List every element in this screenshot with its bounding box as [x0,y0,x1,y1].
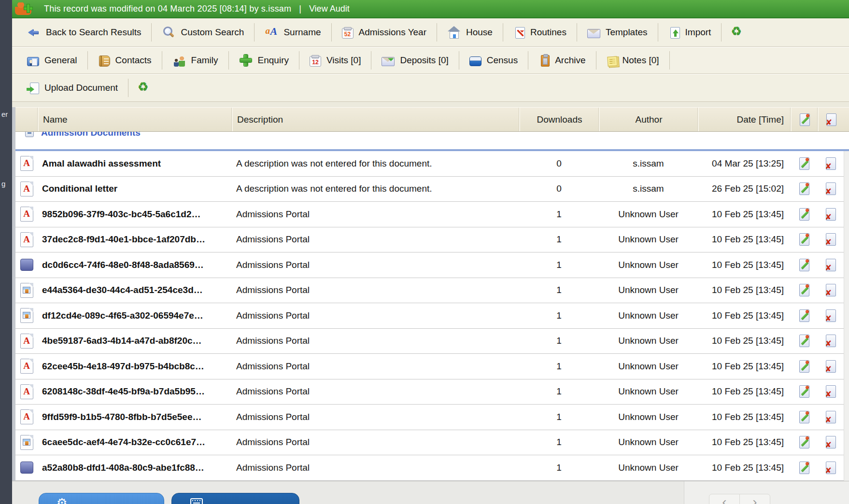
document-row[interactable]: 6208148c-38df-4e45-bf9a-b7da5b95… Admiss… [12,379,849,405]
toolbar-button-label: Import [685,27,711,38]
date-column-header[interactable]: Date [Time] [698,108,791,131]
record-tab[interactable]: Archive [528,51,596,70]
record-tab[interactable]: Notes [0] [596,51,670,70]
document-name[interactable]: 9852b096-37f9-403c-bc45-5a6c1d2… [38,202,232,227]
footer-settings-button[interactable]: ⚙ [39,493,164,504]
documents-refresh-button[interactable] [128,81,159,95]
edit-document-icon[interactable] [799,284,809,296]
previous-page-button[interactable]: ‹ [709,494,740,504]
delete-document-icon[interactable] [826,385,836,398]
delete-document-icon[interactable] [826,182,836,195]
document-row[interactable]: Conditional letter A description was not… [12,177,849,202]
delete-document-icon[interactable] [826,259,836,271]
document-row[interactable]: 9852b096-37f9-403c-bc45-5a6c1d2… Admissi… [12,202,849,227]
document-name[interactable]: 4be59187-6ad3-4b14-a47d-ab8f20c… [38,329,232,354]
edit-document-icon[interactable] [799,436,809,448]
edit-document-icon[interactable] [799,385,809,398]
document-name[interactable]: dc0d6cc4-74f6-48e0-8f48-8ada8569… [38,252,232,278]
document-row[interactable]: 4be59187-6ad3-4b14-a47d-ab8f20c… Admissi… [12,329,849,354]
admission-documents-group-link[interactable]: Admission Documents [41,132,141,138]
toolbar-refresh-button[interactable] [722,26,752,39]
document-name[interactable]: 6caee5dc-aef4-4e74-b32e-cc0c61e7… [38,430,232,455]
scrollbar-track[interactable] [844,151,849,481]
footer-keyboard-button[interactable] [171,493,299,504]
delete-document-icon[interactable] [826,335,836,347]
document-description: Admissions Portal [232,227,519,252]
document-description: Admissions Portal [232,278,519,303]
document-author: Unknown User [599,354,698,379]
edit-document-icon[interactable] [799,233,809,246]
document-date: 10 Feb 25 [13:45] [698,405,791,430]
document-row[interactable]: a52a80b8-dfd1-408a-80c9-abe1fc88… Admiss… [12,455,849,481]
record-tab[interactable]: Census [459,51,528,70]
toolbar-button[interactable]: House [437,23,503,42]
document-row[interactable]: 37dec2c8-f9d1-40e1-bbce-1af207db… Admiss… [12,227,849,253]
toolbar-button[interactable]: Templates [577,23,658,42]
edit-document-icon[interactable] [799,360,809,373]
document-name[interactable]: 9ffd59f9-b1b5-4780-8fbb-b7d5e5ee… [38,405,232,430]
edit-document-icon[interactable] [799,462,809,474]
document-row[interactable]: 9ffd59f9-b1b5-4780-8fbb-b7d5e5ee… Admiss… [12,405,849,430]
delete-document-icon[interactable] [826,284,836,296]
toolbar-button[interactable]: Surname [255,23,331,42]
toolbar-button[interactable]: Custom Search [152,23,255,42]
edit-document-icon[interactable] [799,309,809,322]
delete-document-icon[interactable] [826,309,836,322]
edit-document-icon[interactable] [799,208,809,221]
delete-document-icon[interactable] [826,411,836,423]
delete-document-icon[interactable] [826,462,836,474]
edit-document-icon[interactable] [799,157,809,170]
record-tab[interactable]: Family [162,51,229,70]
delete-column-header [818,108,844,131]
delete-cell [818,227,844,252]
edit-cell [791,455,818,480]
view-audit-link[interactable]: View Audit [309,4,350,14]
document-name[interactable]: a52a80b8-dfd1-408a-80c9-abe1fc88… [38,455,232,480]
toolbar-button-label: Templates [606,27,648,38]
document-row[interactable]: dc0d6cc4-74f6-48e0-8f48-8ada8569… Admiss… [12,252,849,278]
upload-document-button[interactable]: Upload Document [17,79,128,97]
toolbar-button[interactable]: Admissions Year [332,23,437,42]
edit-document-icon[interactable] [799,335,809,347]
document-row[interactable]: e44a5364-de30-44c4-ad51-254ce3d… Admissi… [12,278,849,304]
description-column-header[interactable]: Description [232,108,519,131]
edit-document-icon[interactable] [799,259,809,271]
delete-document-icon[interactable] [826,436,836,448]
document-author: Unknown User [599,303,698,328]
document-row[interactable]: Amal alawadhi assessment A description w… [12,151,849,177]
next-page-button[interactable]: › [739,494,770,504]
delete-document-icon[interactable] [826,360,836,373]
record-tab-label: Deposits [0] [400,55,448,66]
toolbar-button[interactable]: Import [658,23,722,42]
document-name[interactable]: 37dec2c8-f9d1-40e1-bbce-1af207db… [38,227,232,252]
delete-document-icon[interactable] [826,233,836,246]
edit-document-icon[interactable] [799,182,809,195]
record-tab[interactable]: Deposits [0] [371,51,459,70]
record-tab[interactable]: General [17,51,88,70]
collapse-group-icon[interactable] [25,132,34,137]
edit-cell [791,202,818,227]
delete-cell [818,379,844,405]
record-tabs: General Contacts Family Enquiry Visits [… [17,47,670,73]
record-tab[interactable]: Contacts [88,51,162,70]
toolbar-button[interactable]: Routines [503,23,577,42]
record-tab[interactable]: Visits [0] [299,51,371,70]
downloads-column-header[interactable]: Downloads [519,108,599,131]
toolbar-button[interactable]: Back to Search Results [17,23,152,42]
family-icon [172,54,186,67]
document-row[interactable]: 6caee5dc-aef4-4e74-b32e-cc0c61e7… Admiss… [12,430,849,456]
delete-document-icon[interactable] [826,208,836,221]
document-name[interactable]: 62cee45b-4e18-497d-b975-b4bcb8c… [38,354,232,379]
name-column-header[interactable]: Name [38,108,232,131]
document-name[interactable]: Amal alawadhi assessment [38,151,232,176]
document-name[interactable]: e44a5364-de30-44c4-ad51-254ce3d… [38,278,232,303]
document-row[interactable]: 62cee45b-4e18-497d-b975-b4bcb8c… Admissi… [12,354,849,379]
delete-document-icon[interactable] [826,157,836,170]
edit-document-icon[interactable] [799,411,809,423]
document-name[interactable]: Conditional letter [38,177,232,202]
record-tab[interactable]: Enquiry [229,51,299,70]
document-name[interactable]: df12cd4e-089c-4f65-a302-06594e7e… [38,303,232,328]
document-name[interactable]: 6208148c-38df-4e45-bf9a-b7da5b95… [38,379,232,405]
author-column-header[interactable]: Author [599,108,698,131]
document-row[interactable]: df12cd4e-089c-4f65-a302-06594e7e… Admiss… [12,303,849,329]
